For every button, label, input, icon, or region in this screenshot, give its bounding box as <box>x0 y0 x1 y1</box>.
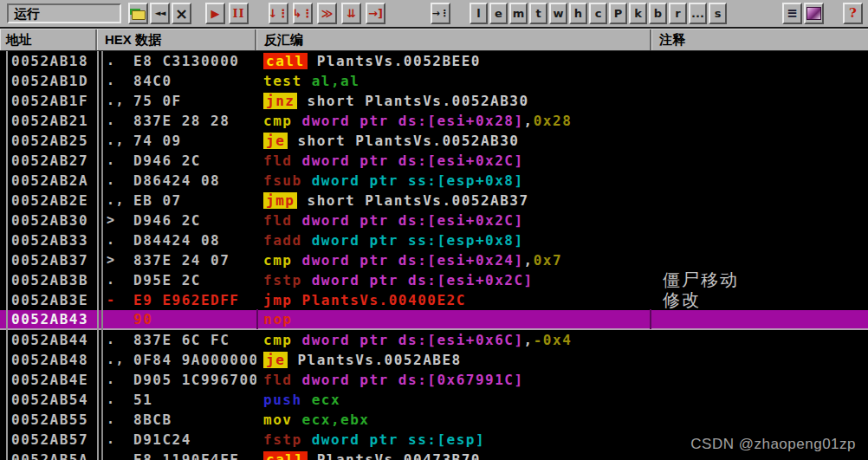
disasm-cell: je PlantsVs.0052ABE8 <box>256 350 651 370</box>
disasm-cell: jmp PlantsVs.00400E2C <box>256 290 651 310</box>
address-cell: 0052AB57 <box>0 430 97 450</box>
references-window-button[interactable]: r <box>669 3 687 24</box>
run-icon: ▶ <box>211 8 220 19</box>
disasm-cell: jmp short PlantsVs.0052AB37 <box>256 191 651 211</box>
executables-window-icon: e <box>495 8 502 19</box>
address-cell: 0052AB44 <box>0 330 97 350</box>
open-file-button[interactable] <box>128 3 148 24</box>
address-cell: 0052AB5A <box>0 450 97 460</box>
disasm-row[interactable]: 0052AB3E-E9 E962EDFFjmp PlantsVs.00400E2… <box>0 290 868 310</box>
disasm-token: je <box>263 133 288 149</box>
disasm-token: jmp <box>263 192 297 209</box>
disasm-cell: call PlantsVs.0052BEE0 <box>256 51 651 71</box>
cpu-window-icon: c <box>595 8 602 19</box>
disasm-row[interactable]: 0052AB44.837E 6C FCcmp dword ptr ds:[esi… <box>0 330 868 350</box>
rewind-button[interactable]: ◄◄ <box>150 3 170 24</box>
help-button[interactable]: ? <box>843 3 863 24</box>
hex-bytes-cell: 837E 24 07 <box>133 250 256 270</box>
disasm-token: cmp <box>263 113 292 129</box>
disasm-row[interactable]: 0052AB48.,0F84 9A000000je PlantsVs.0052A… <box>0 350 868 370</box>
options-icon: ≡ <box>787 7 798 20</box>
handles-window-button[interactable]: h <box>569 3 587 24</box>
disasm-token: test <box>263 73 302 89</box>
cpu-window-button[interactable]: c <box>589 3 607 24</box>
disasm-cell: cmp dword ptr ds:[esi+0x6C],-0x4 <box>256 330 651 350</box>
callstack-window-button[interactable]: k <box>629 3 647 24</box>
disasm-row[interactable]: 0052AB18.E8 C3130000call PlantsVs.0052BE… <box>0 51 868 71</box>
disasm-row[interactable]: 0052AB37>837E 24 07cmp dword ptr ds:[esi… <box>0 250 868 270</box>
threads-window-button[interactable]: t <box>529 3 547 24</box>
address-cell: 0052AB2E <box>0 191 97 211</box>
disasm-row[interactable]: 0052AB30>D946 2Cfld dword ptr ds:[esi+0x… <box>0 211 868 230</box>
disassembly-pane[interactable]: 0052AB18.E8 C3130000call PlantsVs.0052BE… <box>0 51 868 460</box>
runtrace-window-button[interactable]: ... <box>689 3 707 24</box>
disasm-row[interactable]: 0052AB4390nop <box>0 310 868 330</box>
flow-marker: ., <box>97 91 133 111</box>
source-window-button[interactable]: s <box>709 3 727 24</box>
column-header-comment[interactable]: 注释 <box>651 29 868 50</box>
step-into-button[interactable]: ↓⋮ <box>269 3 288 24</box>
flow-marker: . <box>97 51 133 71</box>
close-button[interactable]: × <box>172 3 191 24</box>
disasm-token: dword ptr ds:[esi+0x6C] <box>292 332 523 348</box>
disasm-row[interactable]: 0052AB55.8BCBmov ecx,ebx <box>0 410 868 430</box>
source-window-icon: s <box>715 8 722 19</box>
patches-window-button[interactable]: P <box>609 3 627 24</box>
pause-button[interactable]: II <box>229 3 249 24</box>
threads-window-icon: t <box>535 8 541 19</box>
executables-window-button[interactable]: e <box>489 3 508 24</box>
close-icon: × <box>175 6 188 22</box>
disasm-row[interactable]: 0052AB25.,74 09je short PlantsVs.0052AB3… <box>0 131 868 151</box>
disasm-row[interactable]: 0052AB1F.,75 0Fjnz short PlantsVs.0052AB… <box>0 91 868 111</box>
comment-cell: 僵尸移动 <box>651 270 868 291</box>
flow-marker: . <box>97 410 133 430</box>
memory-window-icon: m <box>513 8 525 19</box>
disasm-row[interactable]: 0052AB27.D946 2Cfld dword ptr ds:[esi+0x… <box>0 151 868 171</box>
column-header-hexdata[interactable]: HEX 数据 <box>97 29 256 50</box>
disasm-token: dword ptr ss:[esp] <box>302 431 486 448</box>
hex-bytes-cell: 84C0 <box>133 71 256 91</box>
disasm-cell: push ecx <box>256 390 651 410</box>
column-header-address[interactable]: 地址 <box>0 29 97 50</box>
annotation-text: 修改 <box>663 290 701 309</box>
log-window-icon: l <box>476 8 480 19</box>
run-status-label: 运行 <box>14 6 40 21</box>
disasm-token: ecx,ebx <box>292 411 369 428</box>
flow-marker: . <box>97 330 133 350</box>
disasm-token: 0x28 <box>534 113 573 129</box>
disasm-row[interactable]: 0052AB3B.D95E 2Cfstp dword ptr ds:[esi+0… <box>0 270 868 290</box>
windows-window-button[interactable]: w <box>549 3 567 24</box>
disasm-token: PlantsVs.0052ABE8 <box>288 352 461 368</box>
disasm-cell: fstp dword ptr ss:[esp] <box>256 430 651 450</box>
animate-over-button[interactable]: ⇊ <box>341 3 361 24</box>
toolbar: 运行 ◄◄×▶II↓⋮↳⋮≫⇊→]→⋮lemtwhcPkbr...s≡? <box>0 0 868 29</box>
disasm-token: fld <box>263 152 292 169</box>
disasm-row[interactable]: 0052AB2E.,EB 07jmp short PlantsVs.0052AB… <box>0 191 868 211</box>
go-to-button[interactable]: →⋮ <box>431 3 450 24</box>
run-to-return-button[interactable]: →] <box>366 3 385 24</box>
disasm-cell: call PlantsVs.00473B70 <box>256 450 651 460</box>
disasm-row[interactable]: 0052AB21.837E 28 28cmp dword ptr ds:[esi… <box>0 111 868 131</box>
appearance-button[interactable] <box>804 3 824 24</box>
memory-window-button[interactable]: m <box>509 3 528 24</box>
hex-bytes-cell: E8 1190F4FF <box>133 450 256 460</box>
breakpoints-window-button[interactable]: b <box>649 3 667 24</box>
column-header-disassembly[interactable]: 反汇编 <box>256 29 651 50</box>
run-button[interactable]: ▶ <box>205 3 225 24</box>
animate-into-button[interactable]: ≫ <box>317 3 337 24</box>
flow-marker: - <box>97 290 133 310</box>
options-button[interactable]: ≡ <box>782 3 802 24</box>
disasm-row[interactable]: 0052AB33.D84424 08fadd dword ptr ss:[esp… <box>0 230 868 250</box>
hex-bytes-cell: D86424 08 <box>133 171 256 191</box>
go-to-icon: →⋮ <box>431 9 449 18</box>
disasm-row[interactable]: 0052AB2A.D86424 08fsub dword ptr ss:[esp… <box>0 171 868 191</box>
disasm-row[interactable]: 0052AB54.51push ecx <box>0 390 868 410</box>
disasm-row[interactable]: 0052AB1D.84C0test al,al <box>0 71 868 91</box>
step-over-button[interactable]: ↳⋮ <box>293 3 313 24</box>
rewind-icon: ◄◄ <box>155 10 165 17</box>
hex-bytes-cell: D946 2C <box>133 211 256 230</box>
disasm-row[interactable]: 0052AB4E.D905 1C996700fld dword ptr ds:[… <box>0 370 868 390</box>
log-window-button[interactable]: l <box>470 3 488 24</box>
disasm-token: short PlantsVs.0052AB37 <box>297 192 528 209</box>
address-cell: 0052AB48 <box>0 350 97 370</box>
